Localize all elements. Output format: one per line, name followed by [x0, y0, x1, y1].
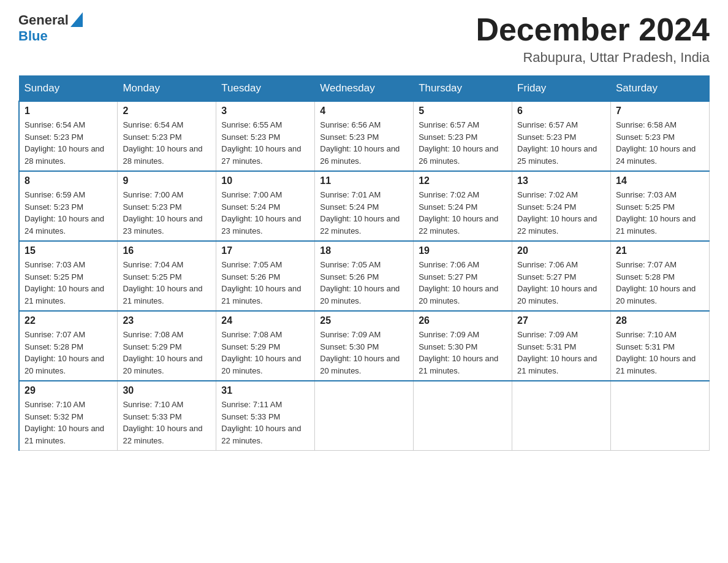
weekday-header-tuesday: Tuesday — [216, 76, 315, 102]
day-number: 17 — [221, 245, 309, 256]
table-row: 19Sunrise: 7:06 AMSunset: 5:27 PMDayligh… — [414, 241, 512, 311]
day-number: 25 — [320, 315, 408, 326]
day-info: Sunrise: 7:10 AMSunset: 5:33 PMDaylight:… — [123, 399, 211, 446]
day-info: Sunrise: 6:59 AMSunset: 5:23 PMDaylight:… — [25, 189, 112, 237]
table-row: 10Sunrise: 7:00 AMSunset: 5:24 PMDayligh… — [216, 171, 315, 241]
table-row: 11Sunrise: 7:01 AMSunset: 5:24 PMDayligh… — [315, 171, 414, 241]
day-info: Sunrise: 7:08 AMSunset: 5:29 PMDaylight:… — [123, 329, 211, 377]
table-row: 31Sunrise: 7:11 AMSunset: 5:33 PMDayligh… — [216, 381, 315, 451]
day-number: 28 — [616, 315, 704, 326]
table-row: 15Sunrise: 7:03 AMSunset: 5:25 PMDayligh… — [19, 241, 118, 311]
day-number: 2 — [123, 105, 211, 117]
day-number: 13 — [517, 175, 605, 186]
day-info: Sunrise: 7:07 AMSunset: 5:28 PMDaylight:… — [25, 329, 112, 377]
week-row-3: 15Sunrise: 7:03 AMSunset: 5:25 PMDayligh… — [19, 241, 710, 311]
day-number: 22 — [25, 315, 112, 326]
table-row: 13Sunrise: 7:02 AMSunset: 5:24 PMDayligh… — [512, 171, 611, 241]
table-row: 16Sunrise: 7:04 AMSunset: 5:25 PMDayligh… — [118, 241, 216, 311]
day-number: 5 — [419, 105, 507, 117]
day-number: 10 — [221, 175, 309, 186]
day-info: Sunrise: 7:04 AMSunset: 5:25 PMDaylight:… — [123, 259, 211, 307]
weekday-header-friday: Friday — [512, 76, 611, 102]
week-row-2: 8Sunrise: 6:59 AMSunset: 5:23 PMDaylight… — [19, 171, 710, 241]
table-row: 7Sunrise: 6:58 AMSunset: 5:23 PMDaylight… — [611, 101, 710, 171]
day-number: 1 — [25, 105, 112, 117]
weekday-header-thursday: Thursday — [414, 76, 512, 102]
day-number: 30 — [123, 385, 211, 396]
table-row: 29Sunrise: 7:10 AMSunset: 5:32 PMDayligh… — [19, 381, 118, 451]
table-row: 27Sunrise: 7:09 AMSunset: 5:31 PMDayligh… — [512, 311, 611, 381]
page-header: General Blue December 2024 Rabupura, Utt… — [18, 12, 710, 66]
month-title: December 2024 — [476, 12, 710, 47]
title-section: December 2024 Rabupura, Uttar Pradesh, I… — [476, 12, 710, 66]
table-row: 18Sunrise: 7:05 AMSunset: 5:26 PMDayligh… — [315, 241, 414, 311]
day-number: 16 — [123, 245, 211, 256]
day-number: 31 — [221, 385, 309, 396]
day-number: 7 — [616, 105, 704, 117]
day-info: Sunrise: 7:10 AMSunset: 5:32 PMDaylight:… — [25, 399, 112, 446]
day-number: 14 — [616, 175, 704, 186]
table-row: 26Sunrise: 7:09 AMSunset: 5:30 PMDayligh… — [414, 311, 512, 381]
table-row: 4Sunrise: 6:56 AMSunset: 5:23 PMDaylight… — [315, 101, 414, 171]
table-row — [611, 381, 710, 451]
day-info: Sunrise: 7:09 AMSunset: 5:30 PMDaylight:… — [320, 329, 408, 377]
weekday-header-row: SundayMondayTuesdayWednesdayThursdayFrid… — [19, 76, 710, 102]
logo-general-text: General — [18, 12, 69, 28]
day-number: 8 — [25, 175, 112, 186]
day-info: Sunrise: 6:56 AMSunset: 5:23 PMDaylight:… — [320, 119, 408, 167]
day-info: Sunrise: 6:54 AMSunset: 5:23 PMDaylight:… — [123, 119, 211, 167]
day-number: 15 — [25, 245, 112, 256]
day-info: Sunrise: 7:05 AMSunset: 5:26 PMDaylight:… — [221, 259, 309, 307]
day-info: Sunrise: 7:05 AMSunset: 5:26 PMDaylight:… — [320, 259, 408, 307]
table-row — [512, 381, 611, 451]
day-info: Sunrise: 6:55 AMSunset: 5:23 PMDaylight:… — [221, 119, 309, 167]
table-row — [414, 381, 512, 451]
weekday-header-sunday: Sunday — [19, 76, 118, 102]
day-info: Sunrise: 7:00 AMSunset: 5:23 PMDaylight:… — [123, 189, 211, 237]
weekday-header-saturday: Saturday — [611, 76, 710, 102]
table-row: 23Sunrise: 7:08 AMSunset: 5:29 PMDayligh… — [118, 311, 216, 381]
day-info: Sunrise: 7:07 AMSunset: 5:28 PMDaylight:… — [616, 259, 704, 307]
table-row: 28Sunrise: 7:10 AMSunset: 5:31 PMDayligh… — [611, 311, 710, 381]
day-info: Sunrise: 6:57 AMSunset: 5:23 PMDaylight:… — [517, 119, 605, 167]
day-info: Sunrise: 7:01 AMSunset: 5:24 PMDaylight:… — [320, 189, 408, 237]
day-number: 23 — [123, 315, 211, 326]
day-number: 27 — [517, 315, 605, 326]
day-number: 26 — [419, 315, 507, 326]
day-number: 11 — [320, 175, 408, 186]
table-row — [315, 381, 414, 451]
table-row: 1Sunrise: 6:54 AMSunset: 5:23 PMDaylight… — [19, 101, 118, 171]
day-info: Sunrise: 7:09 AMSunset: 5:30 PMDaylight:… — [419, 329, 507, 377]
day-info: Sunrise: 6:58 AMSunset: 5:23 PMDaylight:… — [616, 119, 704, 167]
day-number: 19 — [419, 245, 507, 256]
table-row: 17Sunrise: 7:05 AMSunset: 5:26 PMDayligh… — [216, 241, 315, 311]
table-row: 24Sunrise: 7:08 AMSunset: 5:29 PMDayligh… — [216, 311, 315, 381]
table-row: 30Sunrise: 7:10 AMSunset: 5:33 PMDayligh… — [118, 381, 216, 451]
day-number: 3 — [221, 105, 309, 117]
table-row: 12Sunrise: 7:02 AMSunset: 5:24 PMDayligh… — [414, 171, 512, 241]
table-row: 3Sunrise: 6:55 AMSunset: 5:23 PMDaylight… — [216, 101, 315, 171]
table-row: 6Sunrise: 6:57 AMSunset: 5:23 PMDaylight… — [512, 101, 611, 171]
table-row: 20Sunrise: 7:06 AMSunset: 5:27 PMDayligh… — [512, 241, 611, 311]
day-number: 24 — [221, 315, 309, 326]
day-info: Sunrise: 7:03 AMSunset: 5:25 PMDaylight:… — [616, 189, 704, 237]
day-number: 29 — [25, 385, 112, 396]
table-row: 21Sunrise: 7:07 AMSunset: 5:28 PMDayligh… — [611, 241, 710, 311]
day-info: Sunrise: 7:06 AMSunset: 5:27 PMDaylight:… — [419, 259, 507, 307]
day-info: Sunrise: 7:09 AMSunset: 5:31 PMDaylight:… — [517, 329, 605, 377]
day-number: 12 — [419, 175, 507, 186]
week-row-5: 29Sunrise: 7:10 AMSunset: 5:32 PMDayligh… — [19, 381, 710, 451]
day-number: 21 — [616, 245, 704, 256]
day-number: 20 — [517, 245, 605, 256]
location-title: Rabupura, Uttar Pradesh, India — [476, 50, 710, 66]
weekday-header-monday: Monday — [118, 76, 216, 102]
day-number: 9 — [123, 175, 211, 186]
table-row: 9Sunrise: 7:00 AMSunset: 5:23 PMDaylight… — [118, 171, 216, 241]
logo-blue-text: Blue — [18, 28, 48, 44]
day-info: Sunrise: 7:06 AMSunset: 5:27 PMDaylight:… — [517, 259, 605, 307]
day-info: Sunrise: 6:54 AMSunset: 5:23 PMDaylight:… — [25, 119, 112, 167]
logo: General Blue — [18, 12, 83, 44]
day-number: 18 — [320, 245, 408, 256]
day-info: Sunrise: 7:10 AMSunset: 5:31 PMDaylight:… — [616, 329, 704, 377]
day-number: 6 — [517, 105, 605, 117]
